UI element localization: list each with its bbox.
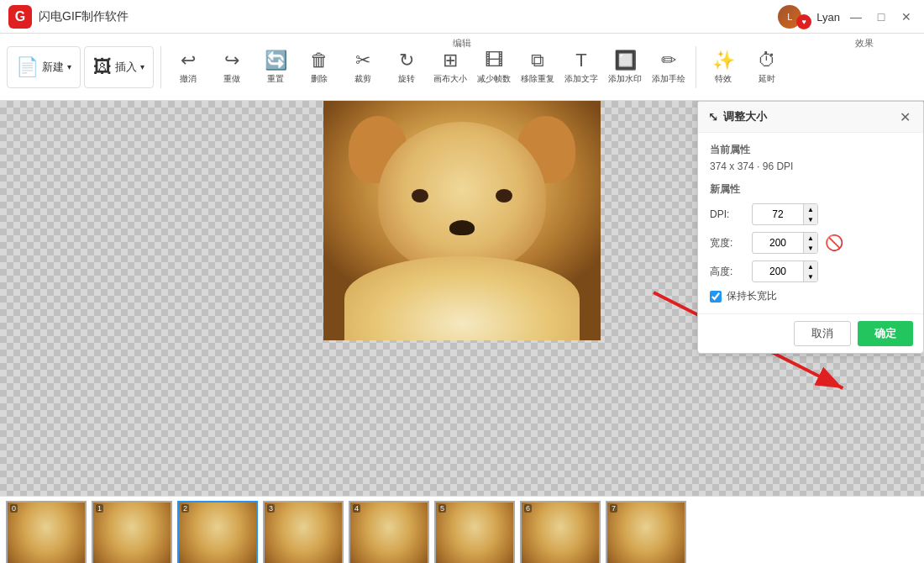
delete-button[interactable]: 🗑 删除 [299,44,339,91]
timeline-frame-6[interactable]: 66 110 ms [518,501,602,563]
new-chevron-icon: ▾ [67,62,71,71]
titlebar-controls: L ♥ Lyan — □ ✕ [778,0,916,34]
dpi-stepper: ▲ ▼ [803,204,817,224]
aspect-ratio-row: 保持长宽比 [710,289,911,303]
text-icon: T [575,50,586,71]
timeline-frame-2[interactable]: 22 110 ms [176,501,260,563]
dialog-body: 当前属性 374 x 374 · 96 DPI 新属性 DPI: ▲ ▼ 宽度: [698,133,923,313]
width-input[interactable] [753,234,803,251]
dog-fur [344,256,580,340]
timeline: 00 110 ms11 110 ms22 110 ms33 110 ms44 1… [0,496,924,563]
width-up-button[interactable]: ▲ [804,233,817,243]
frame-thumbnail-4: 4 [349,501,429,563]
dog-image [323,101,601,340]
frame-thumbnail-0: 0 [6,501,87,563]
undo-label: 撤消 [180,73,197,85]
width-stepper: ▲ ▼ [803,233,817,253]
height-up-button[interactable]: ▲ [804,261,817,271]
height-input-wrap: ▲ ▼ [752,260,818,282]
frame-thumbnail-5: 5 [434,501,515,563]
dialog-footer: 取消 确定 [698,313,923,353]
width-label: 宽度: [710,236,752,250]
add-handwriting-button[interactable]: ✏ 添加手绘 [648,44,689,91]
height-input[interactable] [753,263,803,280]
dialog-ok-button[interactable]: 确定 [858,321,913,346]
new-icon: 📄 [16,56,39,78]
dpi-down-button[interactable]: ▼ [804,214,817,224]
timeline-frame-4[interactable]: 44 110 ms [347,501,431,563]
crop-button[interactable]: ✂ 裁剪 [343,44,383,91]
add-text-button[interactable]: T 添加文字 [561,44,601,91]
resize-icon: ⤡ [708,110,718,124]
restore-button[interactable]: □ [872,8,890,26]
rotate-label: 旋转 [398,73,415,85]
close-button[interactable]: ✕ [897,8,916,26]
dog-head [378,122,546,273]
remove-dup-icon: ⧉ [531,50,544,71]
redo-icon: ↪ [224,50,239,71]
add-handwriting-label: 添加手绘 [652,73,685,85]
vip-badge: ♥ [796,14,811,29]
dialog-close-button[interactable]: ✕ [896,108,913,125]
insert-chevron-icon: ▾ [140,62,144,71]
width-down-button[interactable]: ▼ [804,243,817,253]
effects-icon: ✨ [712,50,735,71]
toolbar-divider-1 [160,46,161,88]
reset-button[interactable]: 🔄 重置 [255,44,296,91]
timeline-frame-5[interactable]: 55 110 ms [433,501,517,563]
canvas-icon: ⊞ [443,50,458,71]
dpi-input[interactable] [753,206,803,223]
add-text-label: 添加文字 [564,73,598,85]
rotate-icon: ↻ [399,50,414,71]
dpi-up-button[interactable]: ▲ [804,204,817,214]
height-down-button[interactable]: ▼ [804,271,817,282]
timeline-frames: 00 110 ms11 110 ms22 110 ms33 110 ms44 1… [0,497,924,563]
width-input-wrap: ▲ ▼ [752,232,818,254]
lock-icon: 🚫 [825,234,843,252]
reduce-label: 减少帧数 [477,73,511,85]
width-row: 宽度: ▲ ▼ 🚫 [710,232,911,254]
canvas-image [323,101,601,340]
reset-label: 重置 [267,73,284,85]
timeline-frame-3[interactable]: 33 110 ms [261,501,345,563]
dog-eye-right [496,189,512,203]
canvas-size-button[interactable]: ⊞ 画布大小 [430,44,470,91]
timeline-frame-7[interactable]: 7 [604,501,688,563]
redo-button[interactable]: ↪ 重做 [212,44,252,91]
frame-index-badge-2: 2 [181,504,189,513]
frame-thumbnail-2: 2 [177,501,258,563]
timeline-frame-1[interactable]: 11 110 ms [90,501,174,563]
reduce-frames-button[interactable]: 🎞 减少帧数 [474,44,514,91]
timeline-frame-0[interactable]: 00 110 ms [4,501,88,563]
minimize-button[interactable]: — [847,8,865,26]
dpi-input-wrap: ▲ ▼ [752,203,818,225]
watermark-icon: 🔲 [614,50,637,71]
dialog-cancel-button[interactable]: 取消 [794,321,851,346]
effects-button[interactable]: ✨ 特效 [703,44,743,91]
effects-label: 特效 [715,73,732,85]
frame-thumbnail-1: 1 [92,501,172,563]
dpi-row: DPI: ▲ ▼ [710,203,911,225]
aspect-ratio-label: 保持长宽比 [727,289,777,303]
current-props-label: 当前属性 [710,143,911,157]
handwriting-icon: ✏ [661,50,676,71]
canvas-label: 画布大小 [433,73,467,85]
new-label: 新建 [42,60,64,75]
height-label: 高度: [710,265,752,279]
rotate-button[interactable]: ↻ 旋转 [386,44,427,91]
new-button[interactable]: 📄 新建 ▾ [7,46,81,88]
aspect-ratio-checkbox[interactable] [710,291,722,303]
reset-icon: 🔄 [265,50,287,71]
main-area: ⤡ 调整大小 ✕ 当前属性 374 x 374 · 96 DPI 新属性 DPI… [0,101,924,496]
logo-letter: G [15,9,25,24]
remove-dup-button[interactable]: ⧉ 移除重复 [517,44,558,91]
frame-thumbnail-3: 3 [263,501,344,563]
frame-index-badge-5: 5 [438,504,446,513]
delay-button[interactable]: ⏱ 延时 [747,44,787,91]
add-watermark-button[interactable]: 🔲 添加水印 [605,44,645,91]
frame-index-badge-1: 1 [96,504,103,513]
dpi-label: DPI: [710,208,752,220]
insert-button[interactable]: 🖼 插入 ▾ [84,46,154,88]
toolbar-effect-label: 效果 [855,37,874,50]
undo-button[interactable]: ↩ 撤消 [168,44,208,91]
